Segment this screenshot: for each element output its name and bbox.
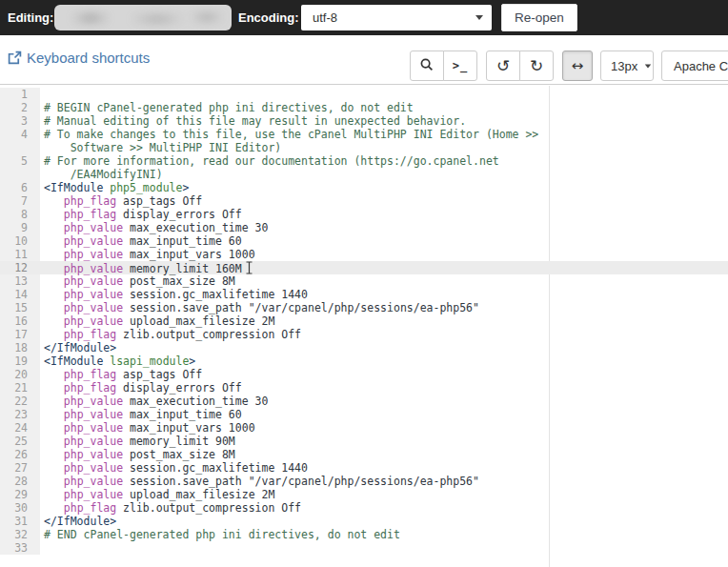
code-line[interactable]: 21 php_flag display_errors Off	[0, 381, 728, 395]
line-number: 20	[0, 368, 40, 381]
search-icon	[419, 57, 435, 75]
line-number: 16	[0, 314, 40, 328]
code-text: php_value upload_max_filesize 2M	[40, 488, 728, 501]
chevron-down-icon	[475, 15, 483, 20]
code-line[interactable]: 23 php_value max_input_time 60	[0, 408, 728, 421]
editor-toolbar: Keyboard shortcuts >_ ↺ ↻ ↔ 13px Apache …	[0, 35, 728, 85]
code-text: </IfModule>	[40, 341, 728, 354]
code-text: php_value session.gc_maxlifetime 1440	[40, 461, 728, 475]
code-text: /EA4ModifyINI)	[40, 168, 728, 181]
code-line[interactable]: 11 php_value max_input_vars 1000	[0, 248, 728, 261]
code-line[interactable]: /EA4ModifyINI)	[0, 168, 728, 181]
line-number: 28	[0, 475, 40, 488]
line-number: 21	[0, 381, 40, 395]
encoding-select[interactable]: utf-8	[301, 5, 492, 30]
code-line[interactable]: 27 php_value session.gc_maxlifetime 1440	[0, 461, 728, 475]
code-line[interactable]: 2# BEGIN cPanel-generated php ini direct…	[0, 101, 728, 114]
line-number: 30	[0, 501, 40, 515]
code-text: php_value max_execution_time 30	[40, 395, 728, 408]
code-text: </IfModule>	[40, 515, 728, 528]
external-link-icon	[8, 51, 22, 65]
code-line[interactable]: 6<IfModule php5_module>	[0, 181, 728, 194]
cpanel-file-editor: { "topbar": { "editing_label": "Editing:…	[0, 0, 728, 567]
code-line[interactable]: 25 php_value memory_limit 90M	[0, 435, 728, 448]
code-text: php_flag zlib.output_compression Off	[40, 328, 728, 341]
line-number: 6	[0, 181, 40, 194]
code-line[interactable]: 19<IfModule lsapi_module>	[0, 354, 728, 368]
search-button[interactable]	[410, 51, 444, 81]
line-number: 8	[0, 208, 40, 221]
editor-header-bar: Editing: Encoding: utf-8 Re-open	[0, 0, 728, 35]
line-number: 29	[0, 488, 40, 501]
code-line[interactable]: 26 php_value post_max_size 8M	[0, 448, 728, 461]
code-line[interactable]: 7 php_flag asp_tags Off	[0, 194, 728, 208]
code-line[interactable]: 8 php_flag display_errors Off	[0, 208, 728, 221]
line-number: 11	[0, 248, 40, 261]
code-text: php_value post_max_size 8M	[40, 274, 728, 288]
code-line[interactable]: 30 php_flag zlib.output_compression Off	[0, 501, 728, 515]
font-size-select[interactable]: 13px	[600, 51, 654, 81]
line-number: 18	[0, 341, 40, 354]
code-text: php_value session.gc_maxlifetime 1440	[40, 288, 728, 301]
line-number: 3	[0, 114, 40, 128]
code-line[interactable]: 9 php_value max_execution_time 30	[0, 221, 728, 234]
code-line[interactable]: 15 php_value session.save_path "/var/cpa…	[0, 301, 728, 314]
code-text: php_value max_input_time 60	[40, 234, 728, 248]
code-line[interactable]: 17 php_flag zlib.output_compression Off	[0, 328, 728, 341]
code-text: php_flag zlib.output_compression Off	[40, 501, 728, 515]
line-number: 7	[0, 194, 40, 208]
code-line[interactable]: Software >> MultiPHP INI Editor)	[0, 141, 728, 154]
redo-button[interactable]: ↻	[519, 51, 554, 81]
code-text: php_value max_execution_time 30	[40, 221, 728, 234]
line-number: 33	[0, 541, 40, 555]
line-number: 2	[0, 101, 40, 114]
code-text: # To make changes to this file, use the …	[40, 128, 728, 141]
code-line[interactable]: 16 php_value upload_max_filesize 2M	[0, 314, 728, 328]
code-text: php_value memory_limit 160M	[40, 261, 728, 274]
code-text	[40, 541, 728, 555]
line-number: 14	[0, 288, 40, 301]
reopen-button[interactable]: Re-open	[501, 4, 577, 31]
chevron-down-icon	[645, 64, 651, 68]
redo-icon: ↻	[530, 58, 543, 74]
code-text: php_value upload_max_filesize 2M	[40, 314, 728, 328]
code-text: php_flag asp_tags Off	[40, 368, 728, 381]
line-number: 4	[0, 128, 40, 141]
font-size-value: 13px	[611, 59, 637, 73]
undo-button[interactable]: ↺	[486, 51, 520, 81]
filename-field-redacted[interactable]	[54, 5, 232, 30]
keyboard-shortcuts-link[interactable]: Keyboard shortcuts	[8, 50, 150, 66]
code-text: # END cPanel-generated php ini directive…	[40, 528, 728, 541]
line-number: 17	[0, 328, 40, 341]
code-line[interactable]: 3# Manual editing of this file may resul…	[0, 114, 728, 128]
syntax-mode-value: Apache Con	[674, 59, 728, 73]
syntax-mode-select[interactable]: Apache Con	[661, 51, 728, 81]
code-text: php_value memory_limit 90M	[40, 435, 728, 448]
code-text: php_flag display_errors Off	[40, 381, 728, 395]
code-line[interactable]: 13 php_value post_max_size 8M	[0, 274, 728, 288]
word-wrap-toggle-button[interactable]: ↔	[562, 51, 593, 81]
line-number: 9	[0, 221, 40, 234]
code-line[interactable]: 5# For more information, read our docume…	[0, 154, 728, 168]
code-editor[interactable]: 12# BEGIN cPanel-generated php ini direc…	[0, 86, 728, 567]
code-line[interactable]: 33	[0, 541, 728, 555]
code-line[interactable]: 18</IfModule>	[0, 341, 728, 354]
terminal-button[interactable]: >_	[443, 51, 477, 81]
editing-label: Editing:	[8, 10, 53, 25]
code-line[interactable]: 4# To make changes to this file, use the…	[0, 128, 728, 141]
code-line[interactable]: 28 php_value session.save_path "/var/cpa…	[0, 475, 728, 488]
code-rows: 12# BEGIN cPanel-generated php ini direc…	[0, 88, 728, 555]
code-line[interactable]: 22 php_value max_execution_time 30	[0, 395, 728, 408]
line-number: 23	[0, 408, 40, 421]
encoding-selected-value: utf-8	[313, 10, 337, 25]
code-line[interactable]: 29 php_value upload_max_filesize 2M	[0, 488, 728, 501]
code-line[interactable]: 1	[0, 88, 728, 101]
code-line[interactable]: 32# END cPanel-generated php ini directi…	[0, 528, 728, 541]
code-line[interactable]: 14 php_value session.gc_maxlifetime 1440	[0, 288, 728, 301]
code-line[interactable]: 10 php_value max_input_time 60	[0, 234, 728, 248]
code-line[interactable]: 31</IfModule>	[0, 515, 728, 528]
code-line[interactable]: 24 php_value max_input_vars 1000	[0, 421, 728, 435]
code-line[interactable]: 20 php_flag asp_tags Off	[0, 368, 728, 381]
code-line[interactable]: 12 php_value memory_limit 160M	[0, 261, 728, 274]
code-text: php_value max_input_vars 1000	[40, 421, 728, 435]
